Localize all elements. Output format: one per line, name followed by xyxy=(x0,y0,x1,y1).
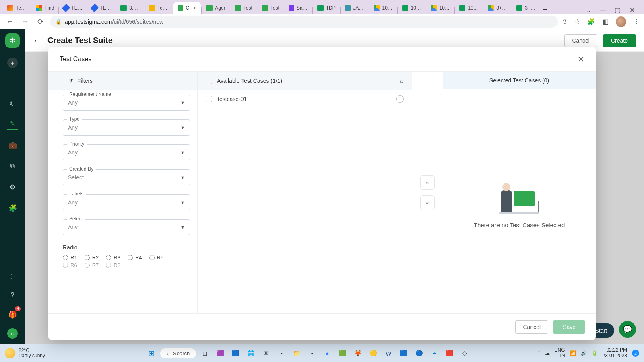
browser-tab[interactable]: TE bu xyxy=(88,2,115,14)
taskbar-chrome2-icon[interactable]: 🔵 xyxy=(413,348,425,359)
browser-tab[interactable]: Test xyxy=(258,2,283,14)
modal-cancel-button[interactable]: Cancel xyxy=(515,320,548,334)
search-icon[interactable]: ⌕ xyxy=(400,77,404,84)
testcase-checkbox[interactable] xyxy=(206,96,212,102)
taskbar-app[interactable]: ◇ xyxy=(459,348,471,359)
app-logo[interactable]: ✻ xyxy=(5,33,20,48)
back-arrow-icon[interactable]: ← xyxy=(33,35,42,46)
taskbar-app[interactable]: 🟦 xyxy=(230,348,241,359)
window-close-icon[interactable]: ✕ xyxy=(629,6,635,14)
tray-chevron-icon[interactable]: ˄ xyxy=(538,350,540,356)
share-icon[interactable]: ⇪ xyxy=(562,18,567,25)
browser-tab[interactable]: 3+pa xyxy=(512,2,540,14)
sidebar-suitcase-icon[interactable]: 💼 xyxy=(7,140,18,151)
sidebar-gift-icon[interactable]: 🎁4 xyxy=(7,309,18,320)
radio-option[interactable]: R6 xyxy=(63,262,77,268)
taskview-icon[interactable]: ◻ xyxy=(199,348,211,359)
browser-tab[interactable]: 1031 xyxy=(369,2,397,14)
browser-tab[interactable]: TDP xyxy=(313,2,340,14)
browser-tab[interactable]: 3+pa xyxy=(484,2,511,14)
nav-forward-icon[interactable]: → xyxy=(19,17,31,26)
taskbar-vscode-icon[interactable]: ⌁ xyxy=(429,348,440,359)
testcase-row[interactable]: testcase-01 + xyxy=(198,90,412,108)
filter-select[interactable]: Any▼ xyxy=(63,194,190,210)
window-maximize-icon[interactable]: ▢ xyxy=(614,6,621,14)
taskbar-chrome-icon[interactable]: 🟡 xyxy=(367,348,379,359)
header-cancel-button[interactable]: Cancel xyxy=(564,34,597,47)
profile-avatar[interactable] xyxy=(616,16,626,27)
nav-back-icon[interactable]: ← xyxy=(4,17,15,26)
sidebar-data-icon[interactable]: ⧉ xyxy=(7,160,18,172)
sidebar-settings-icon[interactable]: ⚙ xyxy=(7,181,18,193)
radio-option[interactable]: R7 xyxy=(85,262,99,268)
start-button[interactable]: ⊞ xyxy=(146,348,157,359)
tray-onedrive-icon[interactable]: ☁ xyxy=(545,350,550,356)
window-minimize-icon[interactable]: — xyxy=(600,6,606,14)
extensions-icon[interactable]: 🧩 xyxy=(587,18,595,25)
browser-tab[interactable]: 3.0.1 xyxy=(116,2,144,14)
radio-option[interactable]: R5 xyxy=(149,255,164,261)
sidebar-edit-icon[interactable]: ✎ xyxy=(7,119,18,130)
taskbar-zoom-icon[interactable]: ● xyxy=(322,348,333,359)
filter-select[interactable]: Any▼ xyxy=(63,119,190,136)
browser-tab[interactable]: JARV xyxy=(341,2,368,14)
tray-notifications-badge[interactable]: 2 xyxy=(632,350,639,357)
taskbar-app[interactable]: ▪ xyxy=(306,348,318,359)
browser-tab[interactable]: 1031 xyxy=(427,2,454,14)
chat-fab-button[interactable]: 💬 xyxy=(619,321,636,338)
taskbar-mail-icon[interactable]: ✉ xyxy=(260,348,272,359)
tray-language[interactable]: ENG IN xyxy=(555,348,565,359)
radio-option[interactable]: R8 xyxy=(106,262,120,268)
select-all-checkbox[interactable] xyxy=(206,78,212,84)
taskbar-app[interactable]: 🟩 xyxy=(337,348,348,359)
browser-tab[interactable]: Find xyxy=(32,2,58,14)
filter-select[interactable]: Any▼ xyxy=(63,95,190,111)
move-right-button[interactable]: » xyxy=(420,175,435,190)
move-left-button[interactable]: « xyxy=(420,195,435,210)
sidebar-dashboard-icon[interactable]: ☾ xyxy=(7,98,18,109)
sidebar-help-icon[interactable]: ? xyxy=(7,290,18,301)
modal-save-button[interactable]: Save xyxy=(553,320,585,334)
tray-battery-icon[interactable]: 🔋 xyxy=(592,350,598,356)
browser-tab[interactable]: 1031 xyxy=(455,2,483,14)
radio-option[interactable]: R2 xyxy=(85,255,99,261)
add-testcase-icon[interactable]: + xyxy=(396,95,404,103)
address-bar[interactable]: 🔒 app.testsigma.com/ui/td/656/suites/new xyxy=(50,16,558,28)
browser-tab-active[interactable]: C× xyxy=(173,2,201,14)
radio-option[interactable]: R1 xyxy=(63,255,77,261)
sidebar-integrations-icon[interactable]: 🧩 xyxy=(7,202,18,214)
browser-tab[interactable]: Ager xyxy=(202,2,229,14)
sidebar-add-icon[interactable]: ＋ xyxy=(7,58,18,68)
taskbar-intellij-icon[interactable]: 🟥 xyxy=(444,348,455,359)
browser-tab[interactable]: 1031 xyxy=(398,2,425,14)
side-panel-icon[interactable]: ◧ xyxy=(603,18,609,25)
kebab-menu-icon[interactable]: ⋮ xyxy=(634,18,640,25)
taskbar-terminal-icon[interactable]: ▪ xyxy=(276,348,287,359)
browser-tab[interactable]: Test xyxy=(231,2,256,14)
taskbar-app[interactable]: 🟪 xyxy=(215,348,226,359)
tray-volume-icon[interactable]: 🔊 xyxy=(581,350,587,356)
nav-reload-icon[interactable]: ⟳ xyxy=(35,17,46,26)
new-tab-button[interactable]: + xyxy=(540,6,551,14)
modal-close-icon[interactable]: ✕ xyxy=(578,54,584,64)
filter-select[interactable]: Select▼ xyxy=(63,169,190,185)
taskbar-firefox-icon[interactable]: 🦊 xyxy=(352,348,363,359)
tab-dropdown-icon[interactable]: ⌄ xyxy=(585,6,592,14)
taskbar-search[interactable]: ⌕ Search xyxy=(160,348,196,358)
taskbar-edge-icon[interactable]: 🌐 xyxy=(245,348,256,359)
taskbar-word-icon[interactable]: W xyxy=(383,348,394,359)
browser-tab[interactable]: Samp xyxy=(285,2,312,14)
browser-tab[interactable]: Temp xyxy=(145,2,172,14)
header-create-button[interactable]: Create xyxy=(603,34,636,47)
radio-option[interactable]: R4 xyxy=(128,255,142,261)
taskbar-weather[interactable]: 22°C Partly sunny xyxy=(5,348,45,358)
sidebar-sync-icon[interactable]: ◌ xyxy=(7,270,18,282)
tray-clock[interactable]: 02:22 PM 23-01-2023 xyxy=(603,348,627,359)
sidebar-user-avatar[interactable]: c xyxy=(7,328,18,339)
taskbar-app[interactable]: 🟦 xyxy=(398,348,409,359)
filter-select[interactable]: Any▼ xyxy=(63,144,190,160)
radio-option[interactable]: R3 xyxy=(106,255,120,261)
taskbar-explorer-icon[interactable]: 📁 xyxy=(291,348,302,359)
browser-tab[interactable]: Tests xyxy=(3,2,31,14)
close-tab-icon[interactable]: × xyxy=(194,5,197,11)
